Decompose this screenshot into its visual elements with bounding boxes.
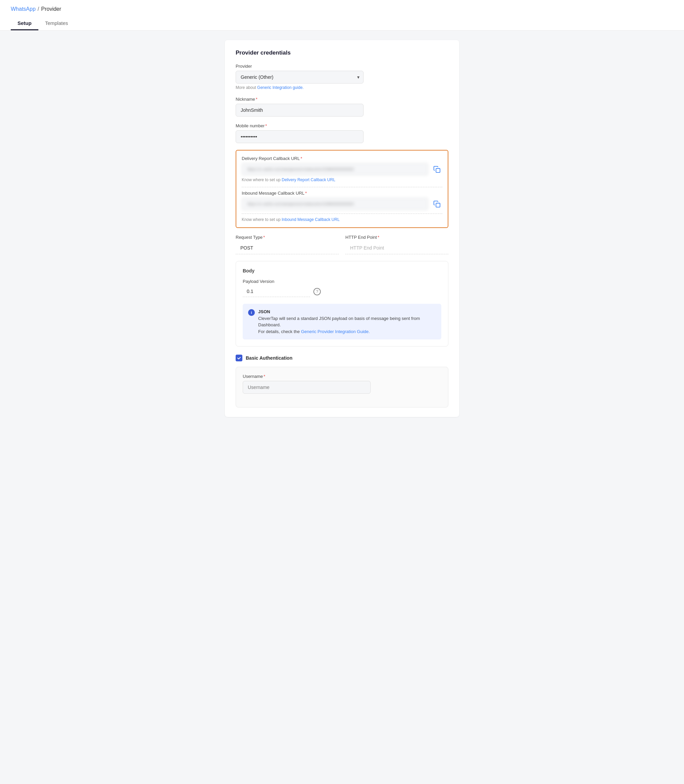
delivery-required: * [301, 156, 302, 161]
inbound-message-copy-icon[interactable] [432, 199, 442, 210]
request-type-required: * [263, 235, 265, 240]
breadcrumb-current-page: Provider [41, 6, 61, 12]
generic-integration-guide-link[interactable]: Generic Integration guide. [257, 85, 303, 90]
provider-select[interactable]: Generic (Other) Twilio MessageBird 360di… [236, 71, 363, 84]
json-description: CleverTap will send a standard JSON payl… [258, 316, 420, 328]
delivery-report-guide-link[interactable]: Delivery Report Callback URL [282, 178, 335, 182]
inbound-message-helper: Know where to set up Inbound Message Cal… [242, 217, 442, 222]
username-label: Username* [243, 374, 441, 379]
mobile-number-label: Mobile number* [236, 123, 448, 128]
nickname-input[interactable] [236, 104, 363, 116]
auth-fields-box: Username* [236, 367, 448, 407]
inbound-divider [242, 213, 442, 214]
auth-section: Basic Authentication Username* [236, 355, 448, 407]
tab-bar: Setup Templates [11, 17, 673, 30]
tab-templates[interactable]: Templates [39, 17, 75, 30]
mobile-number-group: Mobile number* [236, 123, 448, 143]
request-type-group: Request Type* [236, 235, 339, 254]
inbound-message-field: Inbound Message Callback URL* Know where… [242, 191, 442, 222]
payload-input-row: ? [243, 286, 441, 297]
provider-group: Provider Generic (Other) Twilio MessageB… [236, 64, 448, 90]
username-group: Username* [243, 374, 441, 394]
mobile-required: * [265, 123, 267, 128]
delivery-report-label: Delivery Report Callback URL* [242, 156, 442, 161]
http-endpoint-input[interactable] [345, 242, 448, 254]
delivery-report-input-row [242, 163, 442, 175]
svg-rect-0 [436, 168, 440, 173]
card-title: Provider credentials [236, 50, 448, 56]
nickname-group: Nickname* [236, 97, 448, 116]
breadcrumb-separator: / [38, 6, 39, 12]
info-circle-icon: i [248, 309, 255, 316]
provider-helper: More about Generic Integration guide. [236, 85, 448, 90]
json-info-box: i JSON CleverTap will send a standard JS… [243, 304, 441, 339]
top-bar: WhatsApp / Provider Setup Templates [0, 0, 684, 31]
provider-credentials-card: Provider credentials Provider Generic (O… [225, 40, 459, 417]
request-type-label: Request Type* [236, 235, 339, 240]
nickname-label: Nickname* [236, 97, 448, 102]
body-section: Body Payload Version ? i JSON CleverTap … [236, 261, 448, 346]
generic-provider-guide-link[interactable]: Generic Provider Integration Guide. [301, 329, 370, 334]
request-row: Request Type* HTTP End Point* [236, 235, 448, 254]
nickname-required: * [256, 97, 258, 102]
http-endpoint-group: HTTP End Point* [345, 235, 448, 254]
delivery-report-copy-icon[interactable] [432, 164, 442, 175]
breadcrumb-whatsapp-link[interactable]: WhatsApp [11, 6, 35, 12]
provider-select-wrapper: Generic (Other) Twilio MessageBird 360di… [236, 71, 363, 84]
request-type-input[interactable] [236, 242, 339, 254]
svg-rect-1 [436, 203, 440, 207]
json-title: JSON [258, 309, 270, 314]
provider-label: Provider [236, 64, 448, 69]
breadcrumb: WhatsApp / Provider [11, 6, 673, 12]
payload-version-group: Payload Version ? [243, 279, 441, 297]
inbound-message-input-row [242, 198, 442, 210]
inbound-message-guide-link[interactable]: Inbound Message Callback URL [282, 217, 340, 222]
delivery-report-input[interactable] [242, 163, 428, 175]
payload-version-label: Payload Version [243, 279, 441, 284]
http-endpoint-required: * [377, 235, 379, 240]
json-info-text: JSON CleverTap will send a standard JSON… [258, 309, 436, 335]
main-content: Provider credentials Provider Generic (O… [214, 31, 470, 426]
basic-auth-checkbox[interactable] [236, 355, 242, 361]
inbound-required: * [305, 191, 307, 196]
basic-auth-row: Basic Authentication [236, 355, 448, 361]
delivery-report-field: Delivery Report Callback URL* Know where… [242, 156, 442, 182]
inbound-message-input[interactable] [242, 198, 428, 210]
inbound-message-label: Inbound Message Callback URL* [242, 191, 442, 196]
delivery-report-helper: Know where to set up Delivery Report Cal… [242, 178, 442, 182]
mobile-number-input[interactable] [236, 130, 363, 143]
tab-setup[interactable]: Setup [11, 17, 39, 30]
json-helper: For details, check the [258, 329, 301, 334]
callback-divider [242, 187, 442, 187]
basic-auth-label: Basic Authentication [246, 355, 292, 360]
body-title: Body [243, 268, 441, 273]
callback-section: Delivery Report Callback URL* Know where… [236, 150, 448, 228]
username-input[interactable] [243, 381, 371, 394]
http-endpoint-label: HTTP End Point* [345, 235, 448, 240]
payload-version-input[interactable] [243, 286, 310, 297]
payload-help-icon[interactable]: ? [313, 288, 321, 295]
username-required: * [264, 374, 265, 379]
